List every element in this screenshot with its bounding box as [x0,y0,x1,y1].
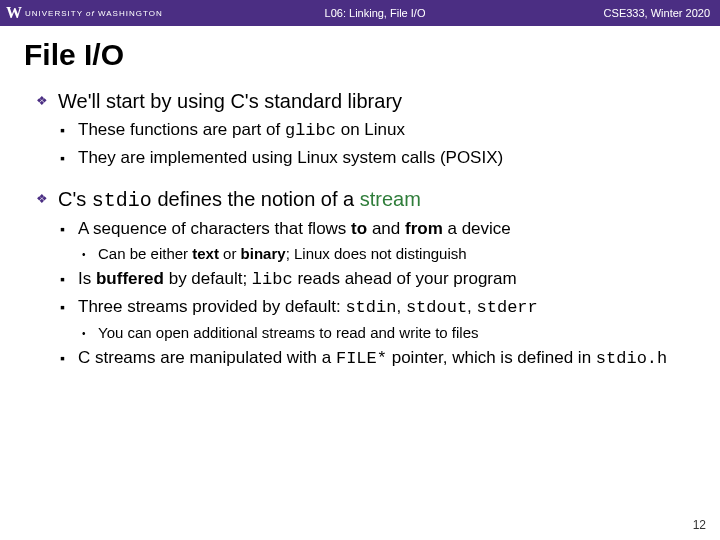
bullet-1: ❖ We'll start by using C's standard libr… [36,88,700,115]
bullet-2: ❖ C's stdio defines the notion of a stre… [36,186,700,214]
bullet-2-4: ▪ C streams are manipulated with a FILE*… [60,347,700,371]
university-text: UNIVERSITY of WASHINGTON [25,9,163,18]
square-bullet-icon: ▪ [60,119,78,143]
bullet-1-2: ▪ They are implemented using Linux syste… [60,147,700,170]
bullet-2-3: ▪ Three streams provided by default: std… [60,296,700,320]
diamond-bullet-icon: ❖ [36,88,58,115]
square-bullet-icon: ▪ [60,147,78,170]
bullet-1-1: ▪ These functions are part of glibc on L… [60,119,700,143]
square-bullet-icon: ▪ [60,347,78,371]
bullet-2-3-1: • You can open additional streams to rea… [82,323,700,343]
uw-w-icon: W [6,4,21,22]
square-bullet-icon: ▪ [60,296,78,320]
diamond-bullet-icon: ❖ [36,186,58,214]
bullet-2-2: ▪ Is buffered by default; libc reads ahe… [60,268,700,292]
page-number: 12 [693,518,706,532]
bullet-2-1: ▪ A sequence of characters that flows to… [60,218,700,241]
slide-content: ❖ We'll start by using C's standard libr… [0,88,720,371]
lecture-label: L06: Linking, File I/O [200,7,550,19]
dot-bullet-icon: • [82,244,98,264]
square-bullet-icon: ▪ [60,268,78,292]
dot-bullet-icon: • [82,323,98,343]
slide-title: File I/O [0,26,720,78]
header-bar: W UNIVERSITY of WASHINGTON L06: Linking,… [0,0,720,26]
bullet-2-1-1: • Can be either text or binary; Linux do… [82,244,700,264]
square-bullet-icon: ▪ [60,218,78,241]
course-label: CSE333, Winter 2020 [550,7,720,19]
university-logo: W UNIVERSITY of WASHINGTON [0,4,200,22]
